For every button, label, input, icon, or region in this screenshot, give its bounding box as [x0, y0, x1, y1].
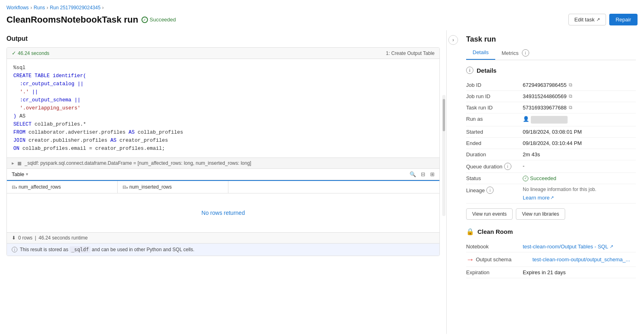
breadcrumb-workflows[interactable]: Workflows [6, 5, 29, 10]
tab-details[interactable]: Details [466, 47, 495, 60]
page-header: CleanRoomsNotebookTask run Succeeded Edi… [0, 12, 644, 30]
value-output-schema[interactable]: test-clean-room-output/output_schema_... [532, 256, 630, 262]
red-arrow-indicator: → [466, 255, 474, 264]
value-started: 09/18/2024, 03:08:01 PM [523, 129, 582, 135]
col-type-icon-2: ⊟₃ [122, 185, 128, 190]
page-title-area: CleanRoomsNotebookTask run Succeeded [6, 15, 176, 25]
no-rows-area: No rows returned [7, 193, 439, 232]
repair-button[interactable]: Repair [609, 14, 638, 25]
table-actions: 🔍 ⊟ ⊞ [410, 171, 435, 177]
cell-step-name: 1: Create Output Table [386, 50, 435, 56]
value-job-run-id: 349315244860569 [523, 93, 566, 99]
table-chevron[interactable]: ▾ [26, 172, 28, 177]
field-output-schema: → Output schema test-clean-room-output/o… [466, 252, 636, 267]
metrics-label: Metrics [502, 50, 519, 56]
field-queue-duration: Queue duration i - [466, 160, 636, 173]
code-line-8: SELECT collab_profiles.* [13, 120, 433, 128]
search-icon[interactable]: 🔍 [410, 171, 416, 177]
value-duration: 2m 43s [523, 151, 540, 158]
table-columns: ⊟₃ num_affected_rows ⊟₃ num_inserted_row… [7, 181, 439, 193]
lineage-info-icon[interactable]: i [486, 187, 494, 194]
edit-task-button[interactable]: Edit task ↗ [568, 14, 606, 25]
copy-job-run-id[interactable]: ⧉ [569, 93, 572, 99]
footer-rows: 0 rows [18, 235, 32, 241]
metrics-info-icon[interactable]: i [522, 49, 529, 57]
result-header[interactable]: ▸ ▦ _sqldf: pyspark.sql.connect.datafram… [7, 158, 439, 169]
value-status: ✓ Succeeded [523, 175, 556, 181]
value-expiration: Expires in 21 days [523, 269, 566, 275]
details-info-icon[interactable]: i [466, 67, 473, 74]
value-run-as: redacted [531, 116, 568, 124]
tab-metrics[interactable]: Metrics i [495, 47, 536, 60]
edit-task-label: Edit task [574, 17, 595, 23]
details-title: Details [477, 67, 496, 74]
field-task-run-id: Task run ID 573169339677688 ⧉ [466, 102, 636, 113]
label-task-run-id: Task run ID [466, 105, 523, 111]
label-expiration: Expiration [466, 269, 523, 275]
field-lineage: Lineage i No lineage information for thi… [466, 184, 636, 204]
view-run-libraries-button[interactable]: View run libraries [516, 208, 565, 220]
result-description: _sqldf: pyspark.sql.connect.dataframe.Da… [25, 160, 251, 166]
footer-timing: 46.24 seconds runtime [38, 235, 87, 241]
breadcrumb-sep3: › [102, 5, 104, 10]
breadcrumb: Workflows › Runs › Run 251799029024345 › [0, 0, 644, 12]
footer-sep: | [35, 235, 36, 241]
learn-more-link[interactable]: Learn more ↗ [523, 195, 554, 201]
table-label: Table ▾ [12, 171, 28, 177]
lock-icon: 🔒 [466, 228, 474, 235]
status-badge: Succeeded [141, 17, 176, 23]
columns-icon[interactable]: ⊞ [430, 171, 435, 177]
notebook-external-icon: ↗ [610, 244, 613, 249]
task-tabs: Details Metrics i [466, 47, 636, 60]
code-line-7: ) AS [13, 112, 433, 120]
label-duration: Duration [466, 151, 523, 158]
filter-icon[interactable]: ⊟ [421, 171, 425, 177]
col-header-1: num_affected_rows [19, 184, 61, 190]
label-ended: Ended [466, 140, 523, 146]
toggle-icon: › [452, 37, 454, 43]
breadcrumb-sep1: › [30, 5, 32, 10]
label-status: Status [466, 175, 523, 181]
label-lineage: Lineage i [466, 187, 523, 194]
label-notebook: Notebook [466, 244, 523, 250]
notebook-link-text: test-clean-room/Output Tables - SQL [523, 244, 608, 250]
breadcrumb-run[interactable]: Run 251799029024345 [50, 5, 100, 10]
cell-timing: 46.24 seconds [18, 50, 49, 56]
collapse-arrow: ▸ [12, 160, 14, 166]
table-toolbar: Table ▾ 🔍 ⊟ ⊞ [7, 169, 439, 180]
code-line-3: :cr_output_catalog || [13, 80, 433, 88]
field-notebook: Notebook test-clean-room/Output Tables -… [466, 241, 636, 252]
clean-room-title-text: Clean Room [477, 228, 513, 235]
col-num-affected: ⊟₃ num_affected_rows [7, 181, 118, 193]
scroll-track[interactable] [442, 95, 446, 216]
code-cell: ✓ 46.24 seconds 1: Create Output Table %… [6, 47, 440, 256]
person-icon: 👤 [523, 116, 529, 122]
page-title: CleanRoomsNotebookTask run [6, 15, 138, 25]
panel-toggle-button[interactable]: › [447, 30, 458, 334]
breadcrumb-runs[interactable]: Runs [34, 5, 45, 10]
copy-task-run-id[interactable]: ⧉ [569, 105, 572, 110]
note-code: _sqldf [70, 246, 90, 253]
cell-note: i This result is stored as _sqldf and ca… [7, 243, 439, 256]
view-run-events-button[interactable]: View run events [466, 208, 513, 220]
code-line-11: ON collab_profiles.email = creator_profi… [13, 145, 433, 153]
value-queue-duration: - [523, 163, 524, 169]
field-ended: Ended 09/18/2024, 03:10:44 PM [466, 138, 636, 149]
field-status: Status ✓ Succeeded [466, 173, 636, 184]
value-job-id: 672949637986455 [523, 82, 566, 88]
main-layout: Output ✓ 46.24 seconds 1: Create Output … [0, 30, 644, 334]
queue-info-icon[interactable]: i [504, 163, 511, 170]
col-header-2: num_inserted_rows [129, 184, 172, 190]
value-notebook[interactable]: test-clean-room/Output Tables - SQL ↗ [523, 244, 613, 250]
label-run-as: Run as [466, 116, 523, 122]
label-queue-duration: Queue duration i [466, 163, 523, 170]
footer-left: ⬇ 0 rows | 46.24 seconds runtime [12, 235, 88, 241]
code-content: %sql CREATE TABLE identifier( :cr_output… [7, 59, 439, 158]
cell-header: ✓ 46.24 seconds 1: Create Output Table [7, 48, 439, 59]
download-icon[interactable]: ⬇ [12, 235, 16, 241]
scroll-thumb[interactable] [443, 99, 445, 131]
copy-job-id[interactable]: ⧉ [569, 82, 572, 88]
action-buttons: View run events View run libraries [466, 208, 636, 220]
field-job-run-id: Job run ID 349315244860569 ⧉ [466, 91, 636, 102]
status-icon [141, 17, 148, 23]
